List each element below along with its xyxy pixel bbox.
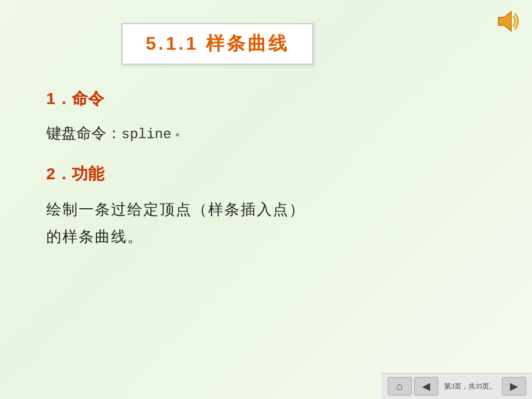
- next-icon: ▶: [510, 380, 518, 393]
- prev-icon: ◀: [422, 380, 430, 393]
- main-container: 5.1.1 样条曲线 1．命令 键盘命令：spline 2．功能 绘制一条过给定…: [0, 0, 532, 399]
- section2-heading: 2．功能: [46, 163, 486, 185]
- prev-button[interactable]: ◀: [414, 377, 438, 396]
- description-line2: 的样条曲线。: [46, 228, 143, 245]
- section1-heading: 1．命令: [46, 88, 486, 110]
- description-block: 绘制一条过给定顶点（样条插入点） 的样条曲线。: [46, 197, 486, 251]
- title-box: 5.1.1 样条曲线: [121, 23, 313, 65]
- page-title: 5.1.1 样条曲线: [146, 33, 289, 54]
- keyboard-command-line: 键盘命令：spline: [46, 121, 486, 146]
- dot-decoration: [176, 133, 179, 136]
- home-button[interactable]: ⌂: [387, 377, 412, 396]
- home-icon: ⌂: [397, 380, 403, 393]
- next-button[interactable]: ▶: [502, 377, 526, 396]
- keyboard-command-label: 键盘命令：: [46, 125, 121, 142]
- description-line1: 绘制一条过给定顶点（样条插入点）: [46, 201, 305, 218]
- svg-marker-0: [498, 12, 511, 31]
- page-info: 第3页，共35页。: [441, 382, 500, 391]
- bottom-nav-bar: ⌂ ◀ 第3页，共35页。 ▶: [382, 373, 532, 399]
- sound-button[interactable]: [493, 7, 522, 36]
- spline-command: spline: [121, 127, 171, 142]
